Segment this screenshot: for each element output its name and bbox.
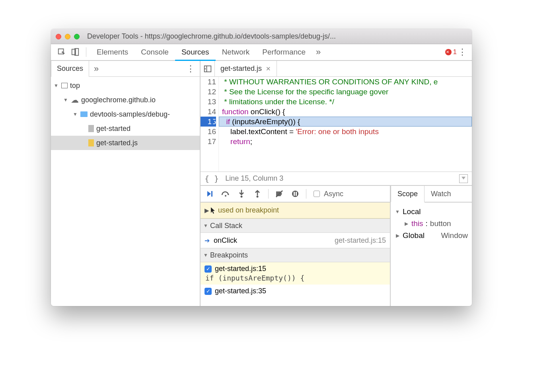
scope-tabs: Scope Watch — [391, 186, 472, 203]
scope-label: Local — [403, 207, 421, 216]
sources-sidebar: Sources » ⋮ ▼ top ▼ ☁ googlechrome.githu… — [51, 61, 201, 306]
expand-icon: ▼ — [72, 111, 78, 117]
window-title: Developer Tools - https://googlechrome.g… — [87, 32, 336, 41]
tabs-overflow-button[interactable]: » — [312, 47, 325, 57]
tree-file-js[interactable]: get-started.js — [51, 136, 200, 150]
device-toggle-icon[interactable] — [68, 48, 82, 57]
error-count-value: 1 — [453, 48, 457, 56]
tree-domain[interactable]: ▼ ☁ googlechrome.github.io — [51, 93, 200, 107]
tree-label: get-started.js — [96, 139, 138, 147]
expand-icon: ▼ — [203, 223, 208, 228]
step-into-button[interactable] — [235, 187, 248, 201]
tab-elements[interactable]: Elements — [90, 44, 134, 60]
tree-frame-top[interactable]: ▼ top — [51, 78, 200, 93]
tree-folder[interactable]: ▼ devtools-samples/debug- — [51, 107, 200, 121]
devtools-window: Developer Tools - https://googlechrome.g… — [51, 29, 472, 306]
sources-subtabs: Sources » ⋮ — [51, 61, 200, 77]
debugger-toolbar: Async — [201, 186, 390, 203]
scope-local[interactable]: ▼ Local — [395, 206, 468, 218]
expand-icon: ▼ — [395, 209, 400, 215]
close-window-button[interactable] — [56, 34, 61, 39]
section-label: Call Stack — [210, 222, 242, 230]
editor-tab-get-started[interactable]: get-started.js ✕ — [215, 61, 277, 77]
cloud-icon: ☁ — [71, 96, 79, 104]
editor-pane: get-started.js ✕ 11121314151617 * WITHOU… — [201, 61, 472, 306]
pretty-print-icon[interactable]: { } — [205, 174, 219, 183]
tree-file-html[interactable]: get-started — [51, 121, 200, 136]
call-stack-frame[interactable]: ➔ onClick get-started.js:15 — [201, 233, 390, 248]
debug-area: Async ▶ used on breakpoint ▼ Call Stack … — [201, 186, 472, 306]
error-icon — [445, 49, 452, 55]
expand-icon: ▼ — [63, 97, 68, 103]
scope-pane: Scope Watch ▼ Local ▶ this: button — [391, 186, 472, 306]
settings-menu-button[interactable]: ⋮ — [457, 47, 468, 57]
call-stack-header[interactable]: ▼ Call Stack — [201, 218, 390, 233]
scope-variables: ▼ Local ▶ this: button ▶ Global Wi — [391, 203, 472, 245]
sources-tabs-overflow[interactable]: » — [89, 64, 103, 74]
show-coverage-button[interactable] — [459, 174, 468, 183]
breakpoints-header[interactable]: ▼ Breakpoints — [201, 248, 390, 262]
tab-scope[interactable]: Scope — [391, 186, 425, 203]
step-over-button[interactable] — [219, 187, 232, 201]
breakpoint-item[interactable]: ✓ get-started.js:35 — [201, 285, 390, 300]
inspect-element-icon[interactable] — [55, 48, 68, 57]
async-label: Async — [324, 190, 343, 198]
tab-performance[interactable]: Performance — [256, 44, 312, 60]
js-file-icon — [88, 139, 94, 146]
scope-global[interactable]: ▶ Global Window — [395, 230, 468, 242]
tree-label: googlechrome.github.io — [81, 96, 156, 104]
folder-icon — [80, 111, 88, 117]
svg-rect-9 — [294, 192, 295, 196]
tree-label: top — [70, 82, 80, 90]
frame-icon — [61, 83, 68, 88]
tab-network[interactable]: Network — [216, 44, 256, 60]
tab-sources[interactable]: Sources — [175, 44, 216, 61]
editor-statusbar: { } Line 15, Column 3 — [201, 172, 472, 186]
error-count[interactable]: 1 — [445, 48, 457, 56]
tab-watch[interactable]: Watch — [425, 185, 457, 202]
paused-message: used on breakpoint — [218, 206, 279, 215]
current-frame-icon: ➔ — [205, 237, 210, 244]
step-out-button[interactable] — [251, 187, 264, 201]
editor-tabs: get-started.js ✕ — [201, 61, 472, 77]
minimize-window-button[interactable] — [65, 34, 70, 39]
svg-point-7 — [257, 196, 259, 198]
svg-point-8 — [292, 191, 298, 197]
editor-tab-label: get-started.js — [220, 64, 262, 73]
sources-more-menu[interactable]: ⋮ — [181, 64, 200, 74]
scope-this[interactable]: ▶ this: button — [395, 218, 468, 230]
sources-tab[interactable]: Sources — [51, 61, 89, 77]
main-tab-strip: Elements Console Sources Network Perform… — [51, 44, 472, 61]
titlebar: Developer Tools - https://googlechrome.g… — [51, 29, 472, 44]
breakpoint-label: get-started.js:35 — [215, 287, 266, 295]
toggle-navigator-icon[interactable] — [201, 61, 215, 76]
tree-label: get-started — [96, 125, 130, 133]
expand-icon: ▶ — [403, 221, 409, 226]
breakpoint-checkbox[interactable]: ✓ — [205, 288, 212, 295]
cursor-position: Line 15, Column 3 — [225, 174, 283, 183]
paused-banner: ▶ used on breakpoint — [201, 203, 390, 218]
breakpoint-condition: if (inputsAreEmpty()) { — [205, 274, 386, 282]
frame-function: onClick — [214, 236, 237, 245]
line-gutter[interactable]: 11121314151617 — [201, 77, 219, 172]
svg-rect-10 — [296, 192, 297, 196]
deactivate-breakpoints-button[interactable] — [273, 187, 286, 201]
breakpoint-checkbox[interactable]: ✓ — [205, 265, 212, 273]
pause-on-exceptions-button[interactable] — [288, 187, 302, 201]
expand-icon[interactable]: ▶ — [205, 207, 209, 214]
debug-left-pane: Async ▶ used on breakpoint ▼ Call Stack … — [201, 186, 391, 306]
code-area[interactable]: * WITHOUT WARRANTIES OR CONDITIONS OF AN… — [219, 77, 472, 172]
file-tree: ▼ top ▼ ☁ googlechrome.github.io ▼ devto… — [51, 77, 200, 306]
file-icon — [88, 125, 94, 132]
breakpoint-item[interactable]: ✓ get-started.js:15 if (inputsAreEmpty()… — [201, 262, 390, 285]
code-editor[interactable]: 11121314151617 * WITHOUT WARRANTIES OR C… — [201, 77, 472, 172]
async-checkbox[interactable] — [314, 191, 320, 197]
maximize-window-button[interactable] — [74, 34, 80, 39]
svg-point-6 — [241, 196, 243, 198]
tab-console[interactable]: Console — [134, 44, 175, 60]
tree-label: devtools-samples/debug- — [90, 110, 170, 119]
close-tab-icon[interactable]: ✕ — [266, 65, 271, 72]
svg-point-5 — [225, 195, 226, 197]
section-label: Breakpoints — [210, 251, 248, 259]
resume-button[interactable] — [203, 187, 216, 201]
